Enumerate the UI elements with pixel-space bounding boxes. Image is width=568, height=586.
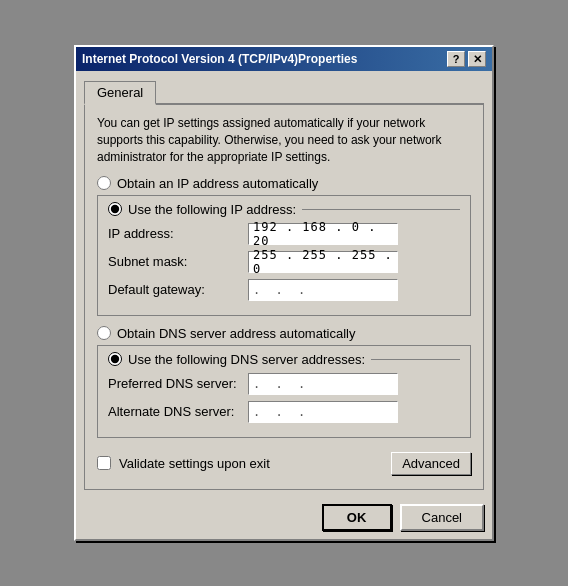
dialog-window: Internet Protocol Version 4 (TCP/IPv4)Pr… <box>74 45 494 540</box>
tab-content: You can get IP settings assigned automat… <box>84 105 484 489</box>
ip-address-row: IP address: 192 . 168 . 0 . 20 <box>108 223 460 245</box>
default-gateway-label: Default gateway: <box>108 282 248 297</box>
ip-address-input[interactable]: 192 . 168 . 0 . 20 <box>248 223 398 245</box>
close-button[interactable]: ✕ <box>468 51 486 67</box>
default-gateway-input[interactable]: . . . <box>248 279 398 301</box>
subnet-mask-row: Subnet mask: 255 . 255 . 255 . 0 <box>108 251 460 273</box>
cancel-button[interactable]: Cancel <box>400 504 484 531</box>
ip-address-label: IP address: <box>108 226 248 241</box>
legend-line-1 <box>302 209 460 210</box>
tab-general[interactable]: General <box>84 81 156 105</box>
alternate-dns-label: Alternate DNS server: <box>108 404 248 419</box>
auto-ip-radio[interactable] <box>97 176 111 190</box>
validate-row: Validate settings upon exit <box>97 456 270 471</box>
title-bar-buttons: ? ✕ <box>447 51 486 67</box>
dns-fieldset: Use the following DNS server addresses: … <box>97 345 471 438</box>
validate-label: Validate settings upon exit <box>119 456 270 471</box>
ok-button[interactable]: OK <box>322 504 392 531</box>
ok-cancel-row: OK Cancel <box>76 498 492 539</box>
tab-bar: General <box>84 79 484 105</box>
preferred-dns-label: Preferred DNS server: <box>108 376 248 391</box>
dialog-body: General You can get IP settings assigned… <box>76 71 492 497</box>
ip-fieldset: Use the following IP address: IP address… <box>97 195 471 316</box>
preferred-dns-row: Preferred DNS server: . . . <box>108 373 460 395</box>
auto-ip-label: Obtain an IP address automatically <box>117 176 318 191</box>
manual-ip-radio[interactable] <box>108 202 122 216</box>
bottom-row: Validate settings upon exit Advanced <box>97 448 471 479</box>
manual-dns-label: Use the following DNS server addresses: <box>128 352 365 367</box>
manual-dns-legend-row: Use the following DNS server addresses: <box>108 352 460 367</box>
legend-line-2 <box>371 359 460 360</box>
auto-dns-radio-row: Obtain DNS server address automatically <box>97 326 471 341</box>
manual-ip-legend-row: Use the following IP address: <box>108 202 460 217</box>
help-button[interactable]: ? <box>447 51 465 67</box>
description-text: You can get IP settings assigned automat… <box>97 115 471 165</box>
alternate-dns-input[interactable]: . . . <box>248 401 398 423</box>
default-gateway-row: Default gateway: . . . <box>108 279 460 301</box>
title-bar: Internet Protocol Version 4 (TCP/IPv4)Pr… <box>76 47 492 71</box>
validate-checkbox[interactable] <box>97 456 111 470</box>
preferred-dns-input[interactable]: . . . <box>248 373 398 395</box>
dialog-title: Internet Protocol Version 4 (TCP/IPv4)Pr… <box>82 52 357 66</box>
auto-dns-label: Obtain DNS server address automatically <box>117 326 355 341</box>
subnet-mask-input[interactable]: 255 . 255 . 255 . 0 <box>248 251 398 273</box>
auto-ip-radio-row: Obtain an IP address automatically <box>97 176 471 191</box>
subnet-mask-label: Subnet mask: <box>108 254 248 269</box>
manual-ip-label: Use the following IP address: <box>128 202 296 217</box>
alternate-dns-row: Alternate DNS server: . . . <box>108 401 460 423</box>
advanced-button[interactable]: Advanced <box>391 452 471 475</box>
auto-dns-radio[interactable] <box>97 326 111 340</box>
manual-dns-radio[interactable] <box>108 352 122 366</box>
